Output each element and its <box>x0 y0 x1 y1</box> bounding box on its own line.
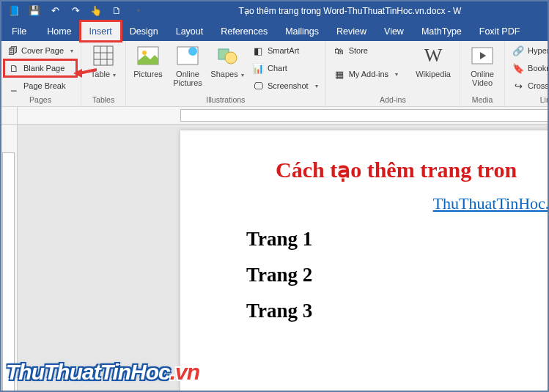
watermark-logo: ThuThuatTinHoc.vn <box>6 360 199 385</box>
group-tables-label: Tables <box>86 95 121 106</box>
shapes-icon <box>215 44 239 67</box>
cover-page-button[interactable]: 🗐 Cover Page <box>4 42 76 59</box>
hyperlink-label: Hyperlink <box>528 46 549 55</box>
cross-reference-button[interactable]: ↪ Cross-reference <box>509 78 549 94</box>
touch-mode-icon[interactable]: 👆 <box>89 4 103 18</box>
smartart-label: SmartArt <box>268 46 299 55</box>
table-button[interactable]: Table <box>86 42 121 79</box>
doc-line-2: Trang 2 <box>246 264 549 286</box>
qat-customize-icon[interactable] <box>130 4 144 18</box>
pictures-button[interactable]: Pictures <box>130 42 166 79</box>
horizontal-ruler[interactable] <box>18 107 549 125</box>
online-pictures-button[interactable]: Online Pictures <box>170 42 205 87</box>
group-addins: 🛍 Store ▦ My Add-ins W Wikipedia Add-ins <box>326 41 460 106</box>
online-video-button[interactable]: Online Video <box>465 42 500 87</box>
store-icon: 🛍 <box>334 45 345 56</box>
pictures-icon <box>136 44 160 67</box>
hyperlink-button[interactable]: 🔗 Hyperlink <box>509 42 549 59</box>
wikipedia-icon: W <box>421 44 445 67</box>
page-break-icon: ⎯ <box>8 80 20 92</box>
screenshot-button[interactable]: 🖵 Screenshot <box>249 78 321 94</box>
doc-line-3: Trang 3 <box>246 300 549 322</box>
tab-mathtype[interactable]: MathType <box>413 21 471 41</box>
svg-rect-0 <box>94 46 113 65</box>
tab-home[interactable]: Home <box>38 21 80 41</box>
tab-review[interactable]: Review <box>328 21 375 41</box>
group-links: 🔗 Hyperlink 🔖 Bookmark ↪ Cross-reference… <box>505 41 549 106</box>
doc-heading: Cách tạo thêm trang tron <box>276 157 549 182</box>
document-area: Cách tạo thêm trang tron ThuThuatTinHoc.… <box>0 107 549 392</box>
wikipedia-label: Wikipedia <box>416 70 451 79</box>
group-illustrations-label: Illustrations <box>130 95 321 106</box>
bookmark-button[interactable]: 🔖 Bookmark <box>509 60 549 76</box>
tab-insert[interactable]: Insert <box>81 21 121 41</box>
smartart-icon: ◧ <box>252 45 264 56</box>
new-doc-icon[interactable]: 🗋 <box>110 4 123 18</box>
bookmark-icon: 🔖 <box>512 62 524 74</box>
shapes-button[interactable]: Shapes <box>210 42 245 79</box>
group-addins-label: Add-ins <box>331 95 455 106</box>
ribbon-tabs: File Home Insert Design Layout Reference… <box>0 21 549 41</box>
group-tables: Table Tables <box>81 41 126 106</box>
document-page[interactable]: Cách tạo thêm trang tron ThuThuatTinHoc.… <box>180 130 549 392</box>
group-illustrations: Pictures Online Pictures Shapes ◧ SmartA… <box>126 41 326 106</box>
page-break-button[interactable]: ⎯ Page Break <box>4 78 76 94</box>
watermark-text-a: ThuThuatTinHoc <box>6 360 170 384</box>
smartart-button[interactable]: ◧ SmartArt <box>249 42 321 59</box>
redo-icon[interactable]: ↷ <box>69 4 82 18</box>
word-app-icon[interactable]: 📘 <box>7 4 21 18</box>
hyperlink-icon: 🔗 <box>512 45 524 56</box>
online-pictures-label: Online Pictures <box>173 70 202 87</box>
cover-page-icon: 🗐 <box>8 45 18 56</box>
blank-page-icon: 🗋 <box>8 62 20 74</box>
store-label: Store <box>349 46 368 55</box>
shapes-label: Shapes <box>210 70 243 79</box>
tab-mailings[interactable]: Mailings <box>276 21 328 41</box>
pictures-label: Pictures <box>133 70 163 79</box>
tab-view[interactable]: View <box>375 21 413 41</box>
cross-reference-icon: ↪ <box>512 80 524 92</box>
window-title: Tạo thêm trang trong Word-ThuThuatTinHoc… <box>239 6 462 16</box>
watermark-text-b: .vn <box>170 360 199 384</box>
cover-page-label: Cover Page <box>21 46 64 55</box>
store-button[interactable]: 🛍 Store <box>331 42 401 59</box>
wikipedia-button[interactable]: W Wikipedia <box>411 42 455 79</box>
screenshot-icon: 🖵 <box>252 80 264 92</box>
tab-file[interactable]: File <box>0 21 38 41</box>
ruler-corner <box>0 107 18 125</box>
ribbon-insert: 🗐 Cover Page 🗋 Blank Page ⎯ Page Break P… <box>0 41 549 107</box>
screenshot-label: Screenshot <box>268 81 309 90</box>
blank-page-button[interactable]: 🗋 Blank Page <box>4 60 76 76</box>
group-pages-label: Pages <box>4 95 76 106</box>
group-links-label: Links <box>509 95 549 106</box>
page-break-label: Page Break <box>23 81 65 90</box>
my-addins-button[interactable]: ▦ My Add-ins <box>331 66 401 82</box>
cross-reference-label: Cross-reference <box>528 81 549 90</box>
undo-icon[interactable]: ↶ <box>48 4 62 18</box>
quick-access-toolbar: 📘 💾 ↶ ↷ 👆 🗋 <box>0 4 151 18</box>
online-video-icon <box>471 44 494 67</box>
doc-line-1: Trang 1 <box>246 228 549 251</box>
blank-page-label: Blank Page <box>23 64 65 73</box>
my-addins-label: My Add-ins <box>349 70 388 78</box>
tab-design[interactable]: Design <box>121 21 167 41</box>
svg-point-6 <box>142 51 147 55</box>
chart-icon: 📊 <box>252 62 264 74</box>
group-media: Online Video Media <box>460 41 505 106</box>
tab-layout[interactable]: Layout <box>167 21 213 41</box>
chart-button[interactable]: 📊 Chart <box>249 60 321 76</box>
vertical-ruler[interactable] <box>0 125 18 392</box>
tab-foxit-pdf[interactable]: Foxit PDF <box>471 21 529 41</box>
chart-label: Chart <box>268 64 287 73</box>
online-video-label: Online Video <box>471 70 494 87</box>
group-media-label: Media <box>465 95 500 106</box>
doc-link[interactable]: ThuThuatTinHoc.vn <box>371 194 549 213</box>
online-pictures-icon <box>176 44 199 67</box>
table-label: Table <box>91 70 116 79</box>
tab-references[interactable]: References <box>212 21 276 41</box>
svg-point-10 <box>225 52 237 64</box>
save-icon[interactable]: 💾 <box>28 4 41 18</box>
svg-point-8 <box>188 47 197 56</box>
title-bar: 📘 💾 ↶ ↷ 👆 🗋 Tạo thêm trang trong Word-Th… <box>0 0 549 21</box>
group-pages: 🗐 Cover Page 🗋 Blank Page ⎯ Page Break P… <box>0 41 81 106</box>
